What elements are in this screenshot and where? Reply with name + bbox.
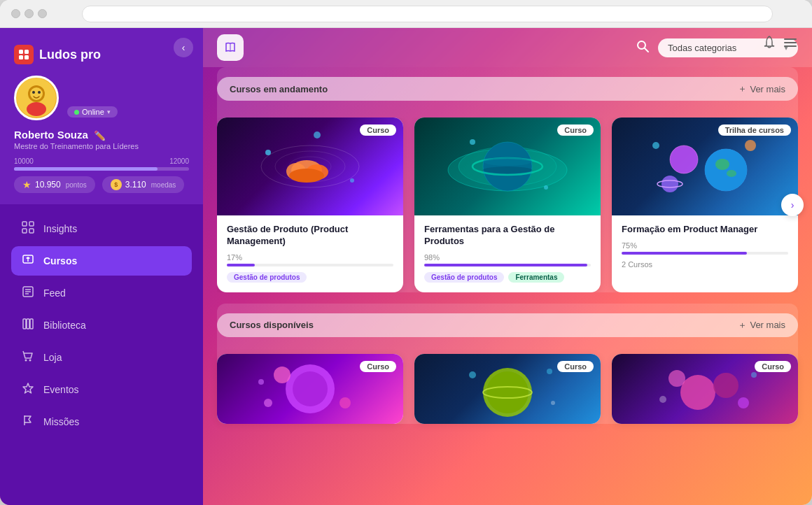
card-title-2: Ferramentas para a Gestão de Produtos xyxy=(424,224,591,248)
section-cursos-disponiveis: Cursos disponíveis ＋ Ver mais xyxy=(217,304,798,424)
sidebar-item-biblioteca[interactable]: Biblioteca xyxy=(11,311,192,340)
minimize-dot[interactable] xyxy=(24,9,34,18)
edit-profile-button[interactable]: ✏️ xyxy=(94,130,106,141)
notification-button[interactable] xyxy=(762,35,777,54)
feed-label: Feed xyxy=(43,287,66,299)
section1-header: Cursos em andamento ＋ Ver mais xyxy=(217,67,798,118)
stars-value: 10.950 xyxy=(35,180,61,190)
svg-point-76 xyxy=(659,396,666,403)
svg-rect-11 xyxy=(29,222,34,226)
xp-max: 12000 xyxy=(169,157,189,165)
notification-area xyxy=(762,35,777,54)
svg-point-6 xyxy=(27,102,46,116)
xp-current: 10000 xyxy=(14,157,34,165)
menu-area xyxy=(783,35,798,54)
search-button[interactable] xyxy=(636,39,650,57)
card-body-3: Formação em Product Manager 75% 2 Cursos xyxy=(612,215,798,278)
available-card-2[interactable]: Curso xyxy=(414,354,601,424)
ver-mais-label-2: Ver mais xyxy=(750,320,785,330)
svg-point-53 xyxy=(705,149,747,191)
sidebar-item-loja[interactable]: Loja xyxy=(11,343,192,372)
svg-point-8 xyxy=(32,91,35,94)
card-body-1: Gestão de Produto (Product Management) 1… xyxy=(217,215,403,292)
card-progress-fill-3 xyxy=(622,252,747,255)
svg-point-45 xyxy=(483,157,532,166)
hamburger-menu-button[interactable] xyxy=(783,35,798,54)
app-layout: Ludos pro ‹ xyxy=(0,28,812,505)
section2-header-pill: Cursos disponíveis ＋ Ver mais xyxy=(217,313,798,337)
user-name-row: Roberto Souza ✏️ xyxy=(14,129,189,142)
svg-point-72 xyxy=(680,375,715,410)
ver-mais-label: Ver mais xyxy=(750,84,785,94)
address-bar[interactable] xyxy=(82,6,773,22)
cards-row-1: Curso Gestão de Produto (Product Managem… xyxy=(217,118,798,292)
card-progress-bg-3 xyxy=(622,252,788,255)
sidebar-item-feed[interactable]: Feed xyxy=(11,278,192,308)
avatar xyxy=(14,76,59,120)
svg-point-46 xyxy=(483,166,532,173)
course-card-1[interactable]: Curso Gestão de Produto (Product Managem… xyxy=(217,118,403,292)
sidebar-collapse-button[interactable]: ‹ xyxy=(174,38,193,57)
svg-point-59 xyxy=(652,142,659,149)
section1-ver-mais-button[interactable]: ＋ Ver mais xyxy=(738,83,785,95)
svg-rect-22 xyxy=(30,319,33,329)
card-body-2: Ferramentas para a Gestão de Produtos 98… xyxy=(414,215,601,292)
sidebar-item-insights[interactable]: Insights xyxy=(11,214,192,243)
svg-rect-10 xyxy=(22,222,27,226)
main-content: Todas categorias ▾ Cursos em andamento ＋… xyxy=(203,28,812,505)
feed-icon xyxy=(21,285,35,301)
available-card-image-2: Curso xyxy=(414,354,601,424)
svg-point-33 xyxy=(265,150,271,155)
svg-marker-25 xyxy=(23,383,33,393)
maximize-dot[interactable] xyxy=(38,9,47,18)
svg-rect-2 xyxy=(19,55,23,59)
card-image-3: Trilha de cursos xyxy=(612,118,798,215)
eventos-label: Eventos xyxy=(43,384,79,395)
book-icon-button[interactable] xyxy=(217,34,244,61)
course-card-2[interactable]: Curso Ferramentas para a Gestão de Produ… xyxy=(414,118,601,292)
xp-bar-fill xyxy=(14,167,158,171)
browser-traffic-lights xyxy=(11,9,47,18)
svg-point-54 xyxy=(715,159,729,170)
xp-bar-row: 10000 12000 xyxy=(14,157,189,171)
cursos-label: Cursos xyxy=(43,255,77,266)
category-select[interactable]: Todas categorias ▾ xyxy=(658,38,798,57)
available-card-image-1: Curso xyxy=(217,354,403,424)
logo-icon xyxy=(14,45,34,64)
coins-unit: moedas xyxy=(151,181,176,189)
user-title: Mestre do Treinamento para Líderes xyxy=(14,142,189,150)
svg-point-62 xyxy=(274,367,290,383)
card-badge-2: Curso xyxy=(557,125,594,136)
card-image-1: Curso xyxy=(217,118,403,215)
close-dot[interactable] xyxy=(11,9,20,18)
xp-bar-labels: 10000 12000 xyxy=(14,157,189,165)
card-progress-bg-1 xyxy=(227,264,393,266)
section2-title: Cursos disponíveis xyxy=(230,320,314,330)
svg-point-73 xyxy=(713,373,738,398)
svg-point-9 xyxy=(38,91,41,94)
course-card-3[interactable]: Trilha de cursos Formação em Product Man… xyxy=(612,118,798,292)
avatar-row: Online ▾ xyxy=(14,76,189,120)
svg-point-24 xyxy=(29,360,31,362)
card-progress-fill-2 xyxy=(424,264,587,266)
sidebar-item-missoes[interactable]: Missões xyxy=(11,407,192,436)
svg-point-63 xyxy=(340,397,351,408)
card-title-3: Formação em Product Manager xyxy=(622,224,788,236)
svg-rect-3 xyxy=(24,55,29,59)
stars-stat: ★ 10.950 pontos xyxy=(14,176,95,193)
sidebar-item-eventos[interactable]: Eventos xyxy=(11,375,192,404)
svg-point-77 xyxy=(751,372,757,378)
missoes-icon xyxy=(21,414,35,429)
section2-ver-mais-button[interactable]: ＋ Ver mais xyxy=(738,319,785,332)
svg-rect-20 xyxy=(23,319,26,329)
svg-point-47 xyxy=(470,139,475,145)
content-area[interactable]: Cursos em andamento ＋ Ver mais xyxy=(203,67,812,505)
scroll-right-button[interactable]: › xyxy=(781,194,804,216)
loja-icon xyxy=(21,350,35,365)
section1-title: Cursos em andamento xyxy=(230,84,328,94)
available-card-1[interactable]: Curso xyxy=(217,354,403,424)
available-card-3[interactable]: Curso xyxy=(612,354,798,424)
card-tags-2: Gestão de produtos Ferramentas xyxy=(424,272,591,283)
sidebar-item-cursos[interactable]: Cursos xyxy=(11,246,192,276)
browser-chrome xyxy=(0,0,812,28)
